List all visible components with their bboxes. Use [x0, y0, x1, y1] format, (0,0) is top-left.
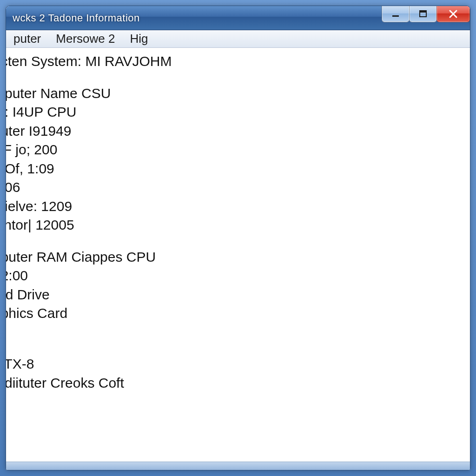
maximize-button[interactable] [409, 6, 437, 22]
menu-item-hig[interactable]: Hig [125, 31, 158, 47]
minimize-icon [391, 9, 400, 19]
window-title: wcks 2 Tadone Information [13, 12, 382, 24]
window-bottom-frame [6, 462, 470, 470]
menu-bar: puter Mersowe 2 Hig [6, 30, 470, 48]
info-line: ; 2:00 [6, 266, 468, 285]
info-line: OTX-8 [6, 355, 468, 374]
info-line: UF jo; 200 [6, 140, 468, 159]
info-line: nputer RAM Ciappes CPU [6, 248, 468, 267]
info-line: 8.06 [6, 178, 468, 197]
svg-rect-0 [392, 15, 399, 17]
info-line: m: I4UP CPU [6, 103, 468, 122]
info-line: ightor| 12005 [6, 216, 468, 235]
info-line: ) [6, 336, 468, 355]
window-controls [382, 6, 470, 22]
info-line: aphics Card [6, 304, 468, 323]
info-line: ecten System: MI RAVJOHM [6, 52, 468, 71]
info-line: mielve: 1209 [6, 197, 468, 216]
menu-item-puter[interactable]: puter [9, 31, 51, 47]
info-line: e Of, 1:09 [6, 159, 468, 178]
info-line: ard Drive [6, 285, 468, 304]
minimize-button[interactable] [382, 6, 410, 22]
close-icon [448, 9, 458, 19]
maximize-icon [418, 9, 428, 19]
titlebar[interactable]: wcks 2 Tadone Information [6, 6, 470, 30]
svg-rect-2 [420, 11, 426, 13]
close-button[interactable] [436, 6, 470, 22]
menu-item-mersowe[interactable]: Mersowe 2 [51, 31, 125, 47]
content-area: ecten System: MI RAVJOHM mputer Name CSU… [6, 48, 470, 462]
info-line: puter I91949 [6, 122, 468, 141]
info-line: mdiituter Creoks Coft [6, 374, 468, 393]
app-window: wcks 2 Tadone Information puter Mer [6, 6, 470, 470]
info-line: mputer Name CSU [6, 84, 468, 103]
